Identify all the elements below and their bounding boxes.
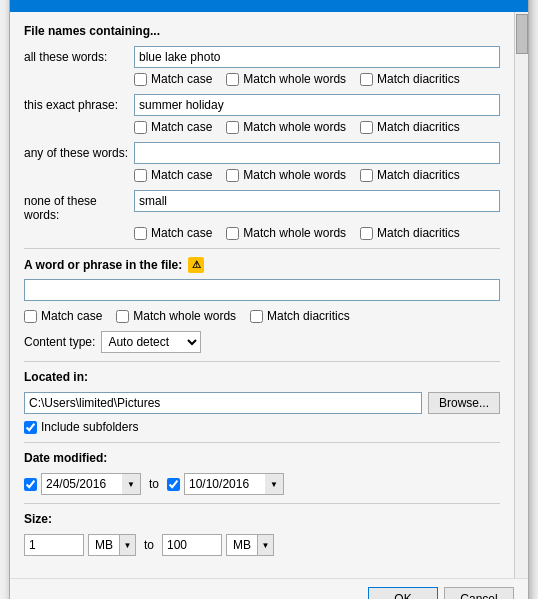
exact-phrase-input[interactable] bbox=[134, 94, 500, 116]
size-to-input[interactable] bbox=[162, 534, 222, 556]
size-to-unit-arrow[interactable]: ▼ bbox=[257, 535, 273, 555]
include-subfolders-checkbox[interactable] bbox=[24, 421, 37, 434]
none-words-match-diacritics-checkbox[interactable] bbox=[360, 227, 373, 240]
title-bar: Advanced Search ✕ bbox=[10, 0, 528, 12]
phrase-options: Match case Match whole words Match diacr… bbox=[24, 309, 500, 323]
cancel-button[interactable]: Cancel bbox=[444, 587, 514, 599]
located-section: Located in: Browse... Include subfolders bbox=[24, 370, 500, 434]
none-words-right bbox=[134, 190, 500, 212]
dialog-title: Advanced Search bbox=[20, 0, 115, 3]
divider-2 bbox=[24, 361, 500, 362]
none-words-input[interactable] bbox=[134, 190, 500, 212]
size-from-input[interactable] bbox=[24, 534, 84, 556]
phrase-match-case-label[interactable]: Match case bbox=[24, 309, 102, 323]
size-from-unit-arrow[interactable]: ▼ bbox=[119, 535, 135, 555]
date-to-wrap: ▼ bbox=[184, 473, 284, 495]
warning-icon: ⚠ bbox=[188, 257, 204, 273]
exact-phrase-options: Match case Match whole words Match diacr… bbox=[24, 120, 500, 134]
any-words-match-whole-label[interactable]: Match whole words bbox=[226, 168, 346, 182]
exact-phrase-group: this exact phrase: bbox=[24, 94, 500, 116]
phrase-section-title: A word or phrase in the file: ⚠ bbox=[24, 257, 500, 273]
phrase-match-whole-checkbox[interactable] bbox=[116, 310, 129, 323]
date-from-checkbox[interactable] bbox=[24, 478, 37, 491]
exact-phrase-right bbox=[134, 94, 500, 116]
content-type-label: Content type: bbox=[24, 335, 95, 349]
date-from-dropdown-btn[interactable]: ▼ bbox=[122, 474, 140, 494]
date-to-checkbox[interactable] bbox=[167, 478, 180, 491]
browse-button[interactable]: Browse... bbox=[428, 392, 500, 414]
all-words-match-diacritics-label[interactable]: Match diacritics bbox=[360, 72, 460, 86]
size-from-unit-label: MB bbox=[89, 538, 119, 552]
any-words-group: any of these words: bbox=[24, 142, 500, 164]
any-words-match-whole-checkbox[interactable] bbox=[226, 169, 239, 182]
all-words-match-case-label[interactable]: Match case bbox=[134, 72, 212, 86]
phrase-input[interactable] bbox=[24, 279, 500, 301]
size-section: Size: MB ▼ to MB ▼ bbox=[24, 512, 500, 556]
include-subfolders-label[interactable]: Include subfolders bbox=[24, 420, 500, 434]
any-words-label: any of these words: bbox=[24, 142, 134, 160]
size-row: MB ▼ to MB ▼ bbox=[24, 534, 500, 556]
exact-phrase-match-diacritics-label[interactable]: Match diacritics bbox=[360, 120, 460, 134]
none-words-label: none of these words: bbox=[24, 190, 134, 222]
size-to-unit-label: MB bbox=[227, 538, 257, 552]
date-modified-title: Date modified: bbox=[24, 451, 500, 465]
all-words-group: all these words: bbox=[24, 46, 500, 68]
divider-1 bbox=[24, 248, 500, 249]
size-to-label: to bbox=[144, 538, 154, 552]
none-words-match-whole-label[interactable]: Match whole words bbox=[226, 226, 346, 240]
phrase-match-diacritics-label[interactable]: Match diacritics bbox=[250, 309, 350, 323]
exact-phrase-match-case-checkbox[interactable] bbox=[134, 121, 147, 134]
date-to-input[interactable] bbox=[185, 474, 265, 494]
size-to-unit: MB ▼ bbox=[226, 534, 274, 556]
content-type-select[interactable]: Auto detect Text Binary bbox=[101, 331, 201, 353]
all-words-label: all these words: bbox=[24, 46, 134, 64]
dialog-footer: OK Cancel bbox=[10, 578, 528, 599]
all-words-input[interactable] bbox=[134, 46, 500, 68]
size-from-unit: MB ▼ bbox=[88, 534, 136, 556]
all-words-right bbox=[134, 46, 500, 68]
all-words-match-whole-checkbox[interactable] bbox=[226, 73, 239, 86]
ok-button[interactable]: OK bbox=[368, 587, 438, 599]
any-words-match-case-label[interactable]: Match case bbox=[134, 168, 212, 182]
phrase-match-whole-label[interactable]: Match whole words bbox=[116, 309, 236, 323]
exact-phrase-match-case-label[interactable]: Match case bbox=[134, 120, 212, 134]
any-words-options: Match case Match whole words Match diacr… bbox=[24, 168, 500, 182]
divider-3 bbox=[24, 442, 500, 443]
all-words-match-case-checkbox[interactable] bbox=[134, 73, 147, 86]
phrase-match-diacritics-checkbox[interactable] bbox=[250, 310, 263, 323]
close-button[interactable]: ✕ bbox=[498, 0, 518, 6]
any-words-match-case-checkbox[interactable] bbox=[134, 169, 147, 182]
none-words-match-diacritics-label[interactable]: Match diacritics bbox=[360, 226, 460, 240]
located-input[interactable] bbox=[24, 392, 422, 414]
exact-phrase-match-whole-checkbox[interactable] bbox=[226, 121, 239, 134]
none-words-match-case-label[interactable]: Match case bbox=[134, 226, 212, 240]
all-words-match-whole-label[interactable]: Match whole words bbox=[226, 72, 346, 86]
exact-phrase-match-whole-label[interactable]: Match whole words bbox=[226, 120, 346, 134]
date-from-wrap: ▼ bbox=[41, 473, 141, 495]
any-words-input[interactable] bbox=[134, 142, 500, 164]
all-words-options: Match case Match whole words Match diacr… bbox=[24, 72, 500, 86]
none-words-match-whole-checkbox[interactable] bbox=[226, 227, 239, 240]
file-names-section-title: File names containing... bbox=[24, 24, 500, 38]
any-words-match-diacritics-checkbox[interactable] bbox=[360, 169, 373, 182]
any-words-right bbox=[134, 142, 500, 164]
advanced-search-dialog: Advanced Search ✕ File names containing.… bbox=[9, 0, 529, 599]
located-in-title: Located in: bbox=[24, 370, 500, 384]
none-words-match-case-checkbox[interactable] bbox=[134, 227, 147, 240]
date-section: Date modified: ▼ to ▼ bbox=[24, 451, 500, 495]
exact-phrase-label: this exact phrase: bbox=[24, 94, 134, 112]
divider-4 bbox=[24, 503, 500, 504]
size-title: Size: bbox=[24, 512, 500, 526]
all-words-match-diacritics-checkbox[interactable] bbox=[360, 73, 373, 86]
any-words-match-diacritics-label[interactable]: Match diacritics bbox=[360, 168, 460, 182]
date-to-dropdown-btn[interactable]: ▼ bbox=[265, 474, 283, 494]
date-row: ▼ to ▼ bbox=[24, 473, 500, 495]
date-to-label: to bbox=[149, 477, 159, 491]
none-words-group: none of these words: bbox=[24, 190, 500, 222]
located-row: Browse... bbox=[24, 392, 500, 414]
date-from-input[interactable] bbox=[42, 474, 122, 494]
phrase-match-case-checkbox[interactable] bbox=[24, 310, 37, 323]
content-type-row: Content type: Auto detect Text Binary bbox=[24, 331, 500, 353]
none-words-options: Match case Match whole words Match diacr… bbox=[24, 226, 500, 240]
exact-phrase-match-diacritics-checkbox[interactable] bbox=[360, 121, 373, 134]
